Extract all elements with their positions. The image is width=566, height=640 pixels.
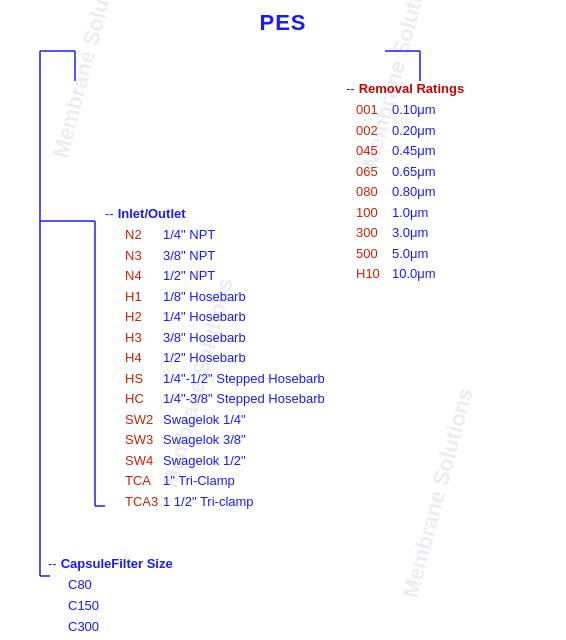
removal-code: 080 [356, 182, 392, 202]
inlet-item: H21/4" Hosebarb [125, 307, 385, 327]
inlet-item: H33/8" Hosebarb [125, 328, 385, 348]
item-desc: Swagelok 1/2" [163, 451, 246, 471]
item-code: SW4 [125, 451, 163, 471]
item-desc: 1/4" Hosebarb [163, 307, 246, 327]
item-code: TCA3 [125, 492, 163, 512]
removal-value: 0.65μm [392, 162, 436, 182]
removal-value: 5.0μm [392, 244, 428, 264]
inlet-outlet-label: Inlet/Outlet [118, 206, 186, 221]
removal-value: 0.80μm [392, 182, 436, 202]
removal-label-row: -- Removal Ratings [346, 81, 546, 96]
removal-value: 10.0μm [392, 264, 436, 284]
removal-code: 001 [356, 100, 392, 120]
removal-item: 0020.20μm [356, 121, 546, 141]
inlet-item: TCA1" Tri-Clamp [125, 471, 385, 491]
inlet-label-row: -- Inlet/Outlet [105, 206, 385, 221]
inlet-item: HC1/4"-3/8" Stepped Hosebarb [125, 389, 385, 409]
removal-value: 0.10μm [392, 100, 436, 120]
item-desc: 1/2" Hosebarb [163, 348, 246, 368]
capsule-items-list: C80C150C300C610C620 [68, 575, 248, 640]
item-desc: 3/8" NPT [163, 246, 215, 266]
removal-code: 065 [356, 162, 392, 182]
removal-value: 0.20μm [392, 121, 436, 141]
removal-ratings-label: Removal Ratings [359, 81, 464, 96]
main-container: PES -- Re [0, 0, 566, 640]
item-code: H1 [125, 287, 163, 307]
item-code: N2 [125, 225, 163, 245]
inlet-item: N33/8" NPT [125, 246, 385, 266]
item-desc: Swagelok 1/4" [163, 410, 246, 430]
inlet-item: H41/2" Hosebarb [125, 348, 385, 368]
inlet-item: H11/8" Hosebarb [125, 287, 385, 307]
removal-value: 1.0μm [392, 203, 428, 223]
inlet-dashes: -- [105, 206, 114, 221]
item-code: H3 [125, 328, 163, 348]
item-desc: 1/4"-1/2" Stepped Hosebarb [163, 369, 325, 389]
item-code: N3 [125, 246, 163, 266]
item-code: N4 [125, 266, 163, 286]
capsule-item: C150 [68, 596, 248, 617]
removal-item: 0010.10μm [356, 100, 546, 120]
item-code: H2 [125, 307, 163, 327]
inlet-item: SW2Swagelok 1/4" [125, 410, 385, 430]
item-desc: 1 1/2" Tri-clamp [163, 492, 254, 512]
capsule-dashes: -- [48, 556, 57, 571]
item-desc: 1" Tri-Clamp [163, 471, 235, 491]
removal-dashes: -- [346, 81, 355, 96]
inlet-item: N41/2" NPT [125, 266, 385, 286]
item-code: SW3 [125, 430, 163, 450]
inlet-item: HS1/4"-1/2" Stepped Hosebarb [125, 369, 385, 389]
capsule-item: C300 [68, 617, 248, 638]
inlet-item: SW4Swagelok 1/2" [125, 451, 385, 471]
item-code: HC [125, 389, 163, 409]
removal-item: 0450.45μm [356, 141, 546, 161]
inlet-items-list: N21/4" NPTN33/8" NPTN41/2" NPTH11/8" Hos… [125, 225, 385, 511]
item-desc: 1/4"-3/8" Stepped Hosebarb [163, 389, 325, 409]
removal-code: 002 [356, 121, 392, 141]
capsule-filter-label: CapsuleFilter Size [61, 556, 173, 571]
removal-item: 0650.65μm [356, 162, 546, 182]
removal-value: 3.0μm [392, 223, 428, 243]
item-code: HS [125, 369, 163, 389]
removal-code: 045 [356, 141, 392, 161]
inlet-outlet-section: -- Inlet/Outlet N21/4" NPTN33/8" NPTN41/… [105, 206, 385, 512]
inlet-item: TCA31 1/2" Tri-clamp [125, 492, 385, 512]
item-code: SW2 [125, 410, 163, 430]
removal-value: 0.45μm [392, 141, 436, 161]
inlet-item: SW3Swagelok 3/8" [125, 430, 385, 450]
removal-item: 0800.80μm [356, 182, 546, 202]
capsule-label-row: -- CapsuleFilter Size [48, 556, 248, 571]
item-desc: 1/8" Hosebarb [163, 287, 246, 307]
inlet-item: N21/4" NPT [125, 225, 385, 245]
item-code: TCA [125, 471, 163, 491]
item-desc: 3/8" Hosebarb [163, 328, 246, 348]
item-code: H4 [125, 348, 163, 368]
capsule-filter-section: -- CapsuleFilter Size C80C150C300C610C62… [48, 556, 248, 640]
item-desc: 1/4" NPT [163, 225, 215, 245]
capsule-item: C80 [68, 575, 248, 596]
item-desc: Swagelok 3/8" [163, 430, 246, 450]
page-title: PES [20, 10, 546, 36]
item-desc: 1/2" NPT [163, 266, 215, 286]
